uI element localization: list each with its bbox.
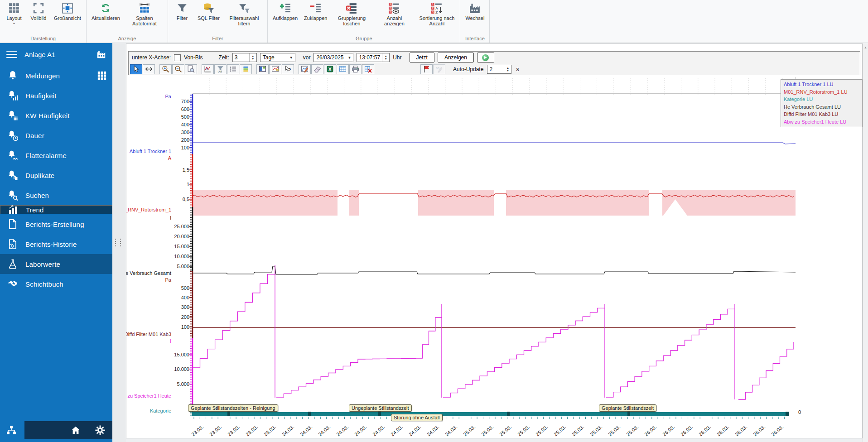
spinner-arrows-icon[interactable]: ▲▼ — [382, 53, 389, 62]
zeit-spinner[interactable]: 3 ▲▼ — [232, 53, 257, 62]
chart-flag-button[interactable] — [269, 64, 281, 74]
table-view-button[interactable] — [337, 64, 349, 74]
ribbon-button-vollbild[interactable]: Vollbild — [26, 1, 51, 21]
vor-label: vor — [303, 54, 311, 61]
annotation-ungeplante-stillstandszeit: Ungeplante Stillstandszeit — [349, 404, 412, 412]
sidebar-item-kw-häufigkeit[interactable]: KW Häufigkeit — [0, 106, 112, 125]
sidebar-item-suchen[interactable]: Suchen — [0, 185, 112, 205]
sidebar-item-häufigkeit[interactable]: Häufigkeit — [0, 86, 112, 106]
ribbon-button-zuklappen[interactable]: Zuklappen — [301, 1, 330, 21]
sidebar-footer-bar — [24, 421, 112, 439]
lab-filter-button[interactable]: LAB — [214, 64, 227, 74]
ribbon-group-label: Darstellung — [2, 35, 84, 43]
zeit-value[interactable]: 3 — [233, 54, 249, 61]
pan-button[interactable] — [143, 64, 155, 74]
auto-update-unit: s — [516, 66, 519, 72]
ribbon-button-sortierung-nach-anzahl[interactable]: 123AZSortierung nach Anzahl — [415, 1, 458, 26]
annotate-disabled-button[interactable]: 66 — [433, 64, 445, 74]
sidebar-footer — [0, 421, 112, 439]
sidebar-item-meldungen[interactable]: Meldungen — [0, 66, 112, 86]
von-bis-checkbox[interactable] — [174, 54, 181, 61]
ribbon-button-aufklappen[interactable]: Aufklappen — [270, 1, 301, 21]
sidebar-item-trend[interactable]: Trend — [0, 205, 112, 214]
ribbon-button-großansicht[interactable]: Großansicht — [51, 1, 84, 21]
splitter-handle-icon[interactable] — [115, 239, 121, 247]
svg-text:25.03.: 25.03. — [516, 424, 530, 437]
bell-calendar-icon — [7, 110, 18, 121]
funnel-filter-icon — [238, 2, 250, 14]
delete-table-button[interactable] — [362, 64, 374, 74]
ribbon-button-layout[interactable]: Layout⌄ — [2, 1, 26, 24]
zoom-out-button[interactable] — [172, 64, 184, 74]
chevron-down-icon[interactable]: ▼ — [288, 56, 295, 60]
svg-text:24.03.: 24.03. — [426, 424, 440, 437]
time-value[interactable]: 13:07:57 — [357, 54, 382, 61]
sidebar-item-label: Flatteralarme — [25, 152, 107, 159]
svg-text:500: 500 — [181, 114, 189, 120]
ribbon-button-wechsel[interactable]: Wechsel — [462, 1, 487, 21]
sidebar-item-schichtbuch[interactable]: Schichtbuch — [0, 274, 112, 294]
spinner-arrows-icon[interactable]: ▲▼ — [249, 53, 256, 62]
flag-button[interactable] — [420, 64, 433, 74]
chevron-down-icon[interactable]: ▼ — [346, 56, 353, 60]
spinner-arrows-icon[interactable]: ▲▼ — [504, 65, 511, 73]
sidebar-item-dauer[interactable]: Dauer — [0, 125, 112, 145]
svg-text:Kategorie: Kategorie — [150, 408, 171, 413]
sidebar-item-berichts-erstellung[interactable]: Berichts-Erstellung — [0, 214, 112, 234]
zeit-unit-select[interactable]: Tage ▼ — [260, 53, 295, 62]
play-icon — [482, 54, 489, 61]
eraser-button[interactable] — [311, 64, 323, 74]
curve-props-button[interactable]: A — [202, 64, 214, 74]
ribbon-button-label: Großansicht — [54, 15, 81, 21]
svg-text:0: 0 — [798, 409, 801, 415]
svg-text:66: 66 — [436, 66, 439, 70]
splitter[interactable] — [112, 43, 126, 442]
legend-entry: He Verbrauch Gesamt LU — [784, 103, 859, 111]
auto-update-value[interactable]: 2 — [487, 66, 504, 72]
zeit-label: Zeit: — [218, 54, 229, 61]
ribbon-button-label: Aktualisieren — [92, 15, 120, 21]
ribbon-button-aktualisieren[interactable]: Aktualisieren — [88, 1, 123, 21]
date-select[interactable]: 26/03/2025 ▼ — [313, 53, 353, 62]
panel-layout-button[interactable] — [256, 64, 269, 74]
svg-text:26.03.: 26.03. — [734, 424, 748, 437]
svg-text:25.03.: 25.03. — [498, 424, 512, 437]
ribbon-button-sql-filter[interactable]: SQL Filter — [194, 1, 223, 21]
grid-icon[interactable] — [97, 71, 107, 81]
ribbon-button-filter[interactable]: Filter — [170, 1, 194, 21]
gear-icon[interactable] — [95, 425, 105, 435]
print-button[interactable] — [349, 64, 362, 74]
factory-icon[interactable] — [96, 49, 107, 59]
sidebar-item-laborwerte[interactable]: Laborwerte — [0, 254, 112, 274]
scrollbar[interactable] — [863, 43, 868, 442]
sitemap-icon[interactable] — [6, 425, 17, 436]
auto-update-spinner[interactable]: 2 ▲▼ — [487, 65, 511, 74]
svg-text:26.03.: 26.03. — [680, 424, 694, 437]
excel-button[interactable]: X — [324, 64, 336, 74]
sidebar-item-berichts-historie[interactable]: Berichts-Historie — [0, 234, 112, 254]
trend-chart[interactable]: 7006005004003002001001,510,525.00020.000… — [126, 77, 863, 439]
category-colors-button[interactable] — [240, 64, 252, 74]
sidebar-item-flatteralarme[interactable]: Flatteralarme — [0, 145, 112, 165]
ribbon-button-gruppierung-löschen[interactable]: Gruppierung löschen — [330, 1, 373, 26]
ribbon-button-spalten-autoformat[interactable]: Spalten Autoformat — [123, 1, 166, 26]
ribbon-button-filterauswahl-filtern[interactable]: Filterauswahl filtern — [223, 1, 265, 26]
svg-text:25.03.: 25.03. — [607, 424, 621, 437]
anzeigen-button[interactable]: Anzeigen — [438, 53, 474, 62]
ribbon-button-anzahl-anzeigen[interactable]: 123Anzahl anzeigen — [373, 1, 415, 26]
svg-text:15.000: 15.000 — [174, 352, 189, 357]
time-spinner[interactable]: 13:07:57 ▲▼ — [357, 53, 390, 62]
jetzt-button[interactable]: Jetzt — [410, 53, 434, 62]
chevron-down-icon: ⌄ — [12, 21, 16, 24]
home-icon[interactable] — [71, 425, 81, 435]
pointer-button[interactable] — [130, 64, 142, 74]
help-pointer-button[interactable]: ? — [282, 64, 294, 74]
zoom-page-button[interactable] — [185, 64, 197, 74]
hamburger-menu-icon[interactable] — [6, 48, 17, 60]
sidebar-item-duplikate[interactable]: Duplikate — [0, 165, 112, 185]
value-list-button[interactable] — [227, 64, 239, 74]
edit-chart-button[interactable] — [299, 64, 311, 74]
zoom-in-button[interactable] — [159, 64, 172, 74]
play-button[interactable] — [477, 53, 494, 62]
trend-chart-svg: 7006005004003002001001,510,525.00020.000… — [126, 77, 863, 439]
